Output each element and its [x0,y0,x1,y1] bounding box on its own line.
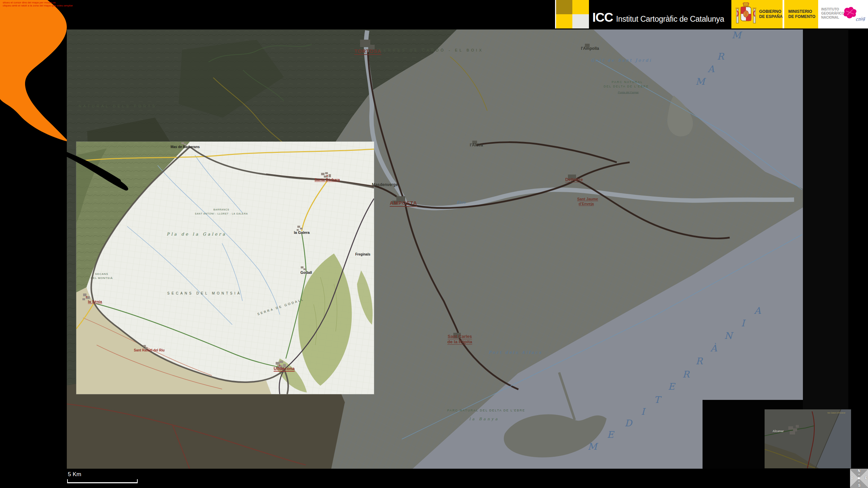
cnig-logo: cnig [843,6,866,23]
ministerio-logo[interactable]: MINISTERIODE FOMENTO [784,0,818,28]
label-serres-de-card-el-boix: SERRES DE CARDÓ - EL BOIX [379,48,484,52]
label-ebre: Ebre [457,200,466,205]
icc-logo[interactable]: ICC Institut Cartogràfic de Catalunya [589,0,731,28]
label-la-galera: la Galera [294,230,310,235]
label-l-ampolla: l'Ampolla [581,46,599,51]
label-secans: SECANS [95,272,108,276]
icc-checker-logo[interactable] [556,0,589,28]
label-parc-natural-del-delta-de-l-ebre: PARC NATURAL DEL DELTA DE L'EBRE [447,409,525,412]
label-la-s-nia: la Sénia [88,300,102,304]
label-d: D [625,418,632,428]
label-m: M [588,441,597,452]
header-bar: ICC Institut Cartogràfic de Catalunya GO… [555,0,868,28]
pan-south-button[interactable]: S [858,484,861,487]
label-pla-de-la-galera: Pla de la Galera [167,232,227,237]
label-masdenverge: Masdenverge [372,182,398,187]
inset-map-graphic [765,409,851,468]
label-godall: Godall [300,270,312,274]
label-de-la-r-pita: de la Ràpita [448,339,472,345]
label-amposta: AMPOSTA [390,200,417,207]
app-canvas: Mas de BarberansSanta Bàrbarala GaleraGo… [0,0,868,488]
label-secans-del-montsi: SECANS DEL MONTSIÀ [167,291,241,295]
scale-label: 5 Km [68,471,81,478]
label-a: A [754,305,761,316]
label-freginals: Freginals [355,252,370,256]
checker-square-yellow-2 [556,14,573,28]
label-a: A [708,64,714,74]
label-r: R [717,51,724,62]
label-alcanar: Alcanar [772,429,784,433]
label-sant-carles: Sant Carles [448,334,472,339]
label-m: M [695,76,705,87]
label-punta-del-fangar: Punta del Fangar [618,91,638,94]
scale-bar: 5 Km [67,471,155,485]
label-tortosa: TORTOSA [354,48,381,55]
checker-square-olive [556,0,573,14]
notice-line-1: situeu el cursor dins del mapa per moure… [3,1,56,4]
label-mas-de-barberans: Mas de Barberans [171,145,200,149]
pan-north-button[interactable]: N [858,469,860,473]
label-sant-jaume: Sant Jaume [577,197,598,201]
ministerio-text: MINISTERIODE FOMENTO [788,9,815,19]
label-d-enveja: d'Enveja [579,202,594,206]
orange-swoosh-logo [0,0,68,142]
gobierno-text: GOBIERNODE ESPAÑA [759,9,783,19]
right-margin-band [803,29,848,469]
label-t: T [654,394,660,405]
label-sant-rafael-del-riu: Sant Rafael del Riu [134,348,165,352]
pan-east-button[interactable]: E [865,476,867,480]
label-n: N [724,330,732,341]
label-r: R [683,369,689,380]
label-m: M [732,30,741,40]
ign-cnig-logo[interactable]: INSTITUTOGEOGRÁFICONACIONAL cnig [818,0,868,28]
cnig-text: cnig [855,16,865,22]
overview-inset-map[interactable]: Alcanarles Cases d'Alcanar [765,409,851,468]
label-barrancs: BARRANCS [214,208,230,211]
ign-text: INSTITUTOGEOGRÁFICONACIONAL [821,7,844,20]
label-parc-natural: PARC NATURAL [612,80,643,84]
label-la-banya: la Banya [469,417,499,421]
icc-full-name: Institut Cartogràfic de Catalunya [616,15,724,24]
label-ulldecona: Ulldecona [274,366,295,372]
icc-acronym: ICC [592,11,613,25]
pan-compass[interactable]: N S E O ▲ ▼ [850,469,868,488]
pan-up-arrow-icon: ▲ [858,473,860,475]
spain-coat-of-arms [734,2,758,26]
label-e: E [668,381,675,392]
gobierno-logo[interactable]: GOBIERNODE ESPAÑA [731,0,783,28]
label-santa-b-rbara: Santa Bàrbara [315,178,340,182]
label-les-cases-d-alcanar: les Cases d'Alcanar [828,412,846,414]
label-i: I [741,318,745,328]
label-sant-antoni-lloret-la-galera: SANT ANTONI - LLORET - LA GALERA [195,212,248,215]
compass-center-dot [858,477,860,479]
label-del-delta-de-l-ebre: DEL DELTA DE L'EBRE [604,85,649,88]
label-: À [710,343,717,353]
black-brush-stroke [67,149,133,195]
label-port-dels-alfacs: Port dels Alfacs [489,350,542,355]
label-del-montsi: DEL MONTSIÀ [91,277,113,280]
label-e: E [607,429,614,440]
label-l-aldea: l'Aldea [470,143,483,147]
checker-square-yellow-1 [572,0,589,14]
notice-line-2: cliqueu amb el ratolí a la zona del mapa… [3,4,73,7]
label-natural-dels-ports: NATURAL DELS PORTS [79,104,157,108]
label-r: R [696,356,703,366]
main-map[interactable]: Mas de BarberansSanta Bàrbarala GaleraGo… [67,29,803,469]
pan-west-button[interactable]: O [851,476,853,480]
label-golf-de-sant-jordi: Golf de Sant Jordi [591,58,652,63]
checker-square-gray [572,14,589,28]
scale-line [67,479,138,483]
pan-down-arrow-icon: ▼ [858,480,860,482]
label-deltebre: Deltebre [565,177,583,182]
label-i: I [641,406,645,417]
